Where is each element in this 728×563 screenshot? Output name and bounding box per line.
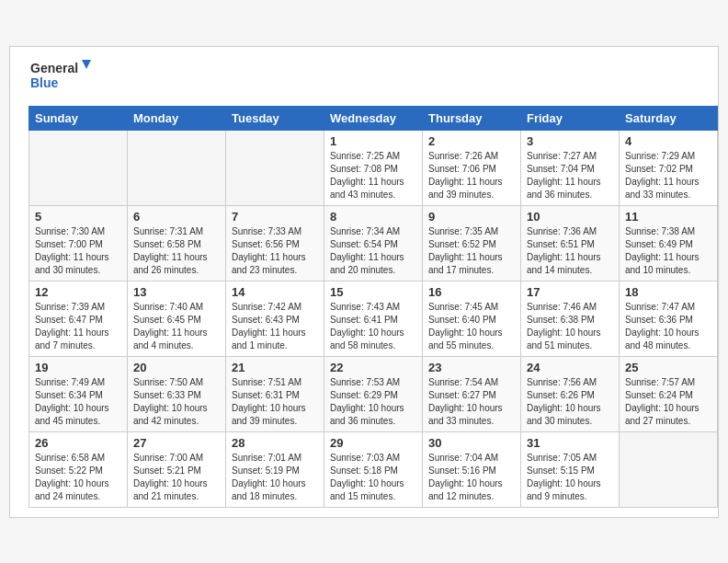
header-row: SundayMondayTuesdayWednesdayThursdayFrid… [29,106,718,130]
day-info: Sunrise: 7:30 AM Sunset: 7:00 PM Dayligh… [35,225,121,277]
week-row-3: 12Sunrise: 7:39 AM Sunset: 6:47 PM Dayli… [29,281,718,356]
day-header-thursday: Thursday [423,106,521,130]
day-info: Sunrise: 7:33 AM Sunset: 6:56 PM Dayligh… [232,225,318,277]
calendar-container: General Blue SundayMondayTuesdayWednesda… [9,46,719,518]
day-info: Sunrise: 7:01 AM Sunset: 5:19 PM Dayligh… [232,452,318,503]
day-number: 7 [232,210,318,224]
day-number: 31 [527,436,613,450]
day-info: Sunrise: 7:54 AM Sunset: 6:27 PM Dayligh… [428,376,515,428]
day-info: Sunrise: 7:46 AM Sunset: 6:38 PM Dayligh… [527,301,613,352]
day-info: Sunrise: 7:00 AM Sunset: 5:21 PM Dayligh… [133,452,220,503]
day-number: 20 [133,361,220,374]
day-number: 8 [330,210,416,224]
day-number: 16 [428,285,515,299]
day-cell: 15Sunrise: 7:43 AM Sunset: 6:41 PM Dayli… [324,281,423,356]
day-cell [226,130,324,205]
day-info: Sunrise: 7:47 AM Sunset: 6:36 PM Dayligh… [625,301,711,352]
day-cell: 10Sunrise: 7:36 AM Sunset: 6:51 PM Dayli… [521,205,620,281]
day-info: Sunrise: 7:35 AM Sunset: 6:52 PM Dayligh… [428,225,515,277]
week-row-2: 5Sunrise: 7:30 AM Sunset: 7:00 PM Daylig… [29,205,718,281]
day-number: 1 [330,134,416,148]
day-cell: 27Sunrise: 7:00 AM Sunset: 5:21 PM Dayli… [128,431,226,507]
day-number: 18 [625,285,711,299]
day-cell: 5Sunrise: 7:30 AM Sunset: 7:00 PM Daylig… [29,205,128,281]
week-row-5: 26Sunrise: 6:58 AM Sunset: 5:22 PM Dayli… [29,431,718,507]
day-info: Sunrise: 6:58 AM Sunset: 5:22 PM Dayligh… [35,452,121,503]
svg-text:General: General [30,61,78,75]
day-number: 3 [527,134,613,148]
day-info: Sunrise: 7:42 AM Sunset: 6:43 PM Dayligh… [232,301,318,352]
day-header-friday: Friday [521,106,620,130]
day-info: Sunrise: 7:05 AM Sunset: 5:15 PM Dayligh… [527,452,613,503]
day-cell: 18Sunrise: 7:47 AM Sunset: 6:36 PM Dayli… [620,281,718,356]
day-cell: 21Sunrise: 7:51 AM Sunset: 6:31 PM Dayli… [226,356,324,431]
day-cell: 31Sunrise: 7:05 AM Sunset: 5:15 PM Dayli… [521,431,620,507]
day-number: 6 [133,210,220,224]
svg-marker-1 [82,60,91,69]
day-number: 17 [527,285,613,299]
day-cell: 28Sunrise: 7:01 AM Sunset: 5:19 PM Dayli… [226,431,324,507]
calendar-header: General Blue [10,47,718,106]
day-cell: 3Sunrise: 7:27 AM Sunset: 7:04 PM Daylig… [521,130,620,205]
calendar-table: SundayMondayTuesdayWednesdayThursdayFrid… [28,106,718,508]
day-number: 25 [625,361,711,374]
day-cell: 1Sunrise: 7:25 AM Sunset: 7:08 PM Daylig… [324,130,423,205]
day-number: 24 [527,361,613,374]
week-row-4: 19Sunrise: 7:49 AM Sunset: 6:34 PM Dayli… [29,356,718,431]
day-cell [29,130,128,205]
day-info: Sunrise: 7:27 AM Sunset: 7:04 PM Dayligh… [527,150,613,201]
svg-text:Blue: Blue [30,75,59,90]
day-number: 9 [428,210,515,224]
day-header-saturday: Saturday [620,106,718,130]
day-cell: 7Sunrise: 7:33 AM Sunset: 6:56 PM Daylig… [226,205,324,281]
day-number: 14 [232,285,318,299]
day-info: Sunrise: 7:39 AM Sunset: 6:47 PM Dayligh… [35,301,121,352]
day-number: 12 [35,285,121,299]
day-info: Sunrise: 7:45 AM Sunset: 6:40 PM Dayligh… [428,301,515,352]
day-cell [620,431,718,507]
day-cell: 22Sunrise: 7:53 AM Sunset: 6:29 PM Dayli… [324,356,423,431]
day-cell: 8Sunrise: 7:34 AM Sunset: 6:54 PM Daylig… [324,205,423,281]
day-number: 13 [133,285,220,299]
day-info: Sunrise: 7:38 AM Sunset: 6:49 PM Dayligh… [625,225,711,277]
day-number: 22 [330,361,416,374]
day-info: Sunrise: 7:25 AM Sunset: 7:08 PM Dayligh… [330,150,416,201]
day-cell: 13Sunrise: 7:40 AM Sunset: 6:45 PM Dayli… [128,281,226,356]
day-number: 29 [330,436,416,450]
day-cell: 17Sunrise: 7:46 AM Sunset: 6:38 PM Dayli… [521,281,620,356]
day-cell: 20Sunrise: 7:50 AM Sunset: 6:33 PM Dayli… [128,356,226,431]
day-cell: 6Sunrise: 7:31 AM Sunset: 6:58 PM Daylig… [128,205,226,281]
day-header-monday: Monday [128,106,226,130]
day-info: Sunrise: 7:51 AM Sunset: 6:31 PM Dayligh… [232,376,318,428]
day-info: Sunrise: 7:49 AM Sunset: 6:34 PM Dayligh… [35,376,121,428]
day-info: Sunrise: 7:03 AM Sunset: 5:18 PM Dayligh… [330,452,416,503]
table-wrapper: SundayMondayTuesdayWednesdayThursdayFrid… [10,106,718,508]
day-cell [128,130,226,205]
day-number: 27 [133,436,220,450]
day-cell: 12Sunrise: 7:39 AM Sunset: 6:47 PM Dayli… [29,281,128,356]
day-info: Sunrise: 7:40 AM Sunset: 6:45 PM Dayligh… [133,301,220,352]
day-number: 26 [35,436,121,450]
day-cell: 14Sunrise: 7:42 AM Sunset: 6:43 PM Dayli… [226,281,324,356]
day-number: 10 [527,210,613,224]
day-header-tuesday: Tuesday [226,106,324,130]
day-cell: 30Sunrise: 7:04 AM Sunset: 5:16 PM Dayli… [423,431,521,507]
day-cell: 26Sunrise: 6:58 AM Sunset: 5:22 PM Dayli… [29,431,128,507]
day-info: Sunrise: 7:50 AM Sunset: 6:33 PM Dayligh… [133,376,220,428]
day-info: Sunrise: 7:53 AM Sunset: 6:29 PM Dayligh… [330,376,416,428]
day-info: Sunrise: 7:43 AM Sunset: 6:41 PM Dayligh… [330,301,416,352]
day-cell: 29Sunrise: 7:03 AM Sunset: 5:18 PM Dayli… [324,431,423,507]
day-cell: 16Sunrise: 7:45 AM Sunset: 6:40 PM Dayli… [423,281,521,356]
day-cell: 19Sunrise: 7:49 AM Sunset: 6:34 PM Dayli… [29,356,128,431]
day-number: 23 [428,361,515,374]
week-row-1: 1Sunrise: 7:25 AM Sunset: 7:08 PM Daylig… [29,130,718,205]
day-number: 19 [35,361,121,374]
day-info: Sunrise: 7:26 AM Sunset: 7:06 PM Dayligh… [428,150,515,201]
day-cell: 11Sunrise: 7:38 AM Sunset: 6:49 PM Dayli… [620,205,718,281]
logo-area: General Blue [28,56,102,101]
day-number: 21 [232,361,318,374]
day-cell: 2Sunrise: 7:26 AM Sunset: 7:06 PM Daylig… [423,130,521,205]
logo: General Blue [28,56,102,101]
day-number: 30 [428,436,515,450]
day-cell: 9Sunrise: 7:35 AM Sunset: 6:52 PM Daylig… [423,205,521,281]
